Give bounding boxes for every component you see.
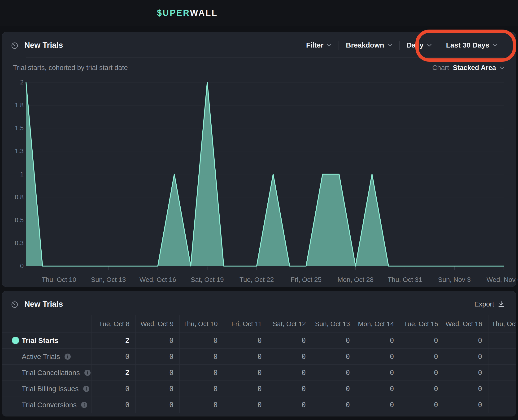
table-column-header: Sun, Oct 13 xyxy=(312,315,356,332)
table-value-cell: 0 xyxy=(356,381,400,397)
table-value-cell: 0 xyxy=(312,349,356,365)
table-value-cell: 2 xyxy=(91,332,135,349)
logo-teal-part: $UPER xyxy=(157,8,190,18)
table-value-cell: 0 xyxy=(224,349,268,365)
row-label: Trial Cancellations xyxy=(22,369,80,377)
granularity-label: Daily xyxy=(407,41,424,49)
table-value-cell: 0 xyxy=(268,397,312,413)
info-icon[interactable] xyxy=(83,385,90,392)
chevron-down-icon xyxy=(327,44,332,47)
table-row: Active Trials000000000 xyxy=(2,349,516,365)
row-label-cell: Trial Conversions xyxy=(2,397,91,413)
table-value-cell xyxy=(488,349,516,365)
info-icon[interactable] xyxy=(84,369,91,376)
table-card-header: New Trials Export xyxy=(2,291,516,317)
table-column-header: Tue, Oct 8 xyxy=(91,315,135,332)
table-row: Trial Conversions000000000 xyxy=(2,397,516,413)
stopwatch-icon xyxy=(11,300,19,308)
table-value-cell: 0 xyxy=(179,332,224,349)
table-value-cell: 0 xyxy=(444,349,488,365)
table-column-header: Mon, Oct 14 xyxy=(356,315,400,332)
row-label: Trial Billing Issues xyxy=(22,385,79,393)
table-row: Trial Billing Issues000000000 xyxy=(2,381,516,397)
chevron-down-icon xyxy=(500,67,504,69)
export-label: Export xyxy=(474,300,494,308)
table-value-cell: 0 xyxy=(268,332,312,349)
breakdown-label: Breakdown xyxy=(346,41,384,49)
filter-dropdown[interactable]: Filter xyxy=(299,41,339,49)
stopwatch-icon xyxy=(11,41,19,49)
table-row: Trial Starts200000000 xyxy=(2,332,516,349)
export-button[interactable]: Export xyxy=(474,300,504,308)
table-value-cell: 0 xyxy=(91,381,135,397)
table-column-header: Thu, Oct 10 xyxy=(179,315,224,332)
table-value-cell: 0 xyxy=(400,397,444,413)
chart-type-label: Chart xyxy=(432,64,449,72)
row-label: Trial Starts xyxy=(22,337,58,345)
superwall-logo: $UPERWALL xyxy=(157,8,218,18)
table-value-cell: 0 xyxy=(356,397,400,413)
table-header-row: Tue, Oct 8Wed, Oct 9Thu, Oct 10Fri, Oct … xyxy=(2,315,516,332)
download-icon xyxy=(498,300,504,308)
table-value-cell: 0 xyxy=(400,349,444,365)
table-value-cell: 0 xyxy=(224,397,268,413)
table-column-header: Fri, Oct 11 xyxy=(224,315,268,332)
table-column-header: Thu, Oct 17 xyxy=(488,315,516,332)
table-corner-cell xyxy=(2,315,91,332)
chart-type-dropdown[interactable]: Chart Stacked Area xyxy=(432,64,504,72)
table-value-cell xyxy=(488,397,516,413)
table-column-header: Tue, Oct 15 xyxy=(400,315,444,332)
chart-controls: Filter Breakdown Daily Las xyxy=(299,32,504,58)
table-value-cell: 0 xyxy=(444,381,488,397)
row-label-cell: Trial Billing Issues xyxy=(2,381,91,397)
table-value-cell: 0 xyxy=(91,397,135,413)
table-value-cell: 0 xyxy=(312,397,356,413)
row-label-cell: Active Trials xyxy=(2,349,91,365)
table-value-cell: 0 xyxy=(400,381,444,397)
table-row: Trial Cancellations200000000 xyxy=(2,365,516,381)
date-range-dropdown[interactable]: Last 30 Days xyxy=(439,41,504,49)
table-value-cell xyxy=(488,381,516,397)
top-bar: $UPERWALL xyxy=(0,0,518,26)
filter-label: Filter xyxy=(306,41,323,49)
logo-white-part: WALL xyxy=(190,8,218,18)
trials-data-table: Tue, Oct 8Wed, Oct 9Thu, Oct 10Fri, Oct … xyxy=(2,315,516,413)
table-value-cell: 0 xyxy=(356,365,400,381)
table-value-cell: 0 xyxy=(312,365,356,381)
table-value-cell: 0 xyxy=(268,365,312,381)
chevron-down-icon xyxy=(387,44,392,47)
chevron-down-icon xyxy=(427,44,432,47)
table-value-cell xyxy=(488,365,516,381)
table-value-cell: 0 xyxy=(400,332,444,349)
table-value-cell: 0 xyxy=(224,332,268,349)
granularity-dropdown[interactable]: Daily xyxy=(400,41,439,49)
table-value-cell: 0 xyxy=(135,397,180,413)
table-value-cell: 0 xyxy=(400,365,444,381)
chevron-down-icon xyxy=(493,44,497,47)
chart-card-header: New Trials Filter Breakdown Daily xyxy=(2,32,516,58)
table-value-cell: 0 xyxy=(356,349,400,365)
table-value-cell: 0 xyxy=(312,332,356,349)
row-label-cell: Trial Cancellations xyxy=(2,365,91,381)
table-column-header: Sat, Oct 12 xyxy=(268,315,312,332)
chart-subtitle: Trial starts, cohorted by trial start da… xyxy=(13,64,128,72)
table-value-cell: 0 xyxy=(179,365,224,381)
info-icon[interactable] xyxy=(64,353,71,360)
table-value-cell: 0 xyxy=(135,349,180,365)
table-column-header: Wed, Oct 16 xyxy=(444,315,488,332)
info-icon[interactable] xyxy=(81,402,88,408)
breakdown-dropdown[interactable]: Breakdown xyxy=(339,41,399,49)
table-value-cell: 0 xyxy=(312,381,356,397)
table-value-cell: 0 xyxy=(179,349,224,365)
chart-type-value: Stacked Area xyxy=(453,64,496,72)
chart-card-title: New Trials xyxy=(24,41,63,50)
row-label: Active Trials xyxy=(22,352,60,361)
table-value-cell: 2 xyxy=(91,365,135,381)
table-value-cell: 0 xyxy=(444,365,488,381)
table-value-cell: 0 xyxy=(268,381,312,397)
table-value-cell xyxy=(488,332,516,349)
table-value-cell: 0 xyxy=(135,365,180,381)
table-value-cell: 0 xyxy=(135,381,180,397)
table-value-cell: 0 xyxy=(91,349,135,365)
table-value-cell: 0 xyxy=(224,381,268,397)
